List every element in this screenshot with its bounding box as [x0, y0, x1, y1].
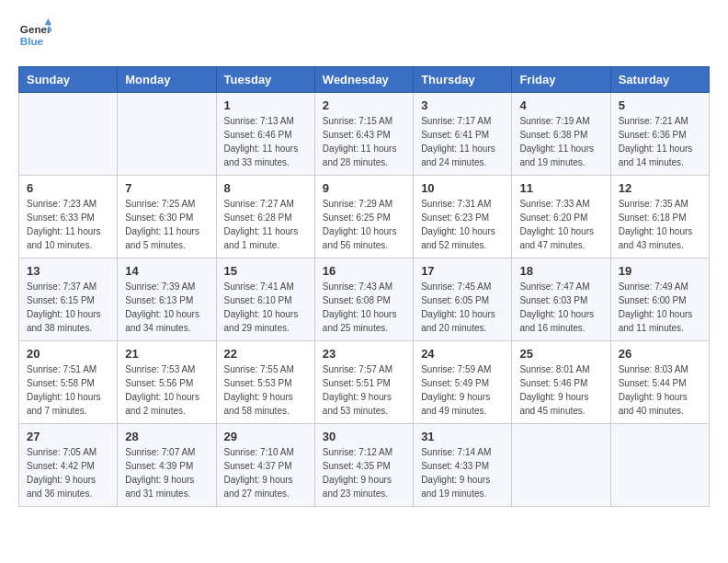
day-info: Sunrise: 8:01 AM Sunset: 5:46 PM Dayligh…: [519, 362, 602, 418]
day-info: Sunrise: 7:35 AM Sunset: 6:18 PM Dayligh…: [619, 197, 701, 252]
day-number: 8: [224, 181, 307, 195]
weekday-header: Friday: [512, 67, 610, 93]
calendar-cell: 19Sunrise: 7:49 AM Sunset: 6:00 PM Dayli…: [610, 259, 709, 341]
day-number: 11: [519, 181, 602, 195]
day-number: 1: [224, 98, 307, 112]
day-info: Sunrise: 7:23 AM Sunset: 6:33 PM Dayligh…: [27, 197, 109, 252]
logo-icon: General Blue: [18, 18, 51, 52]
calendar-cell: 24Sunrise: 7:59 AM Sunset: 5:49 PM Dayli…: [414, 341, 512, 424]
day-number: 6: [27, 181, 109, 195]
day-number: 21: [125, 347, 208, 361]
day-number: 14: [125, 264, 208, 278]
day-number: 15: [224, 264, 307, 278]
day-number: 12: [619, 181, 701, 195]
calendar-cell: 3Sunrise: 7:17 AM Sunset: 6:41 PM Daylig…: [414, 93, 512, 176]
day-info: Sunrise: 7:47 AM Sunset: 6:03 PM Dayligh…: [519, 280, 602, 335]
svg-text:Blue: Blue: [20, 35, 44, 47]
weekday-header: Thursday: [414, 67, 512, 93]
day-number: 28: [125, 430, 208, 443]
calendar-cell: 23Sunrise: 7:57 AM Sunset: 5:51 PM Dayli…: [314, 341, 413, 424]
weekday-header: Saturday: [610, 67, 709, 93]
weekday-header: Wednesday: [314, 67, 413, 93]
calendar-cell: 1Sunrise: 7:13 AM Sunset: 6:46 PM Daylig…: [216, 93, 314, 176]
day-info: Sunrise: 7:14 AM Sunset: 4:33 PM Dayligh…: [421, 445, 504, 500]
calendar-cell: 4Sunrise: 7:19 AM Sunset: 6:38 PM Daylig…: [512, 93, 610, 176]
calendar-cell: 21Sunrise: 7:53 AM Sunset: 5:56 PM Dayli…: [118, 341, 216, 424]
day-number: 24: [421, 347, 504, 361]
day-info: Sunrise: 7:45 AM Sunset: 6:05 PM Dayligh…: [421, 280, 504, 335]
calendar-cell: [19, 93, 118, 176]
day-info: Sunrise: 7:59 AM Sunset: 5:49 PM Dayligh…: [421, 362, 504, 418]
calendar-cell: [610, 424, 709, 507]
day-info: Sunrise: 7:49 AM Sunset: 6:00 PM Dayligh…: [619, 280, 701, 335]
day-number: 23: [323, 347, 405, 361]
day-info: Sunrise: 7:33 AM Sunset: 6:20 PM Dayligh…: [519, 197, 602, 252]
calendar-week-row: 27Sunrise: 7:05 AM Sunset: 4:42 PM Dayli…: [19, 424, 710, 507]
day-number: 20: [27, 347, 109, 361]
day-number: 3: [421, 98, 504, 112]
day-info: Sunrise: 7:51 AM Sunset: 5:58 PM Dayligh…: [27, 362, 109, 418]
day-info: Sunrise: 7:39 AM Sunset: 6:13 PM Dayligh…: [125, 280, 208, 335]
day-info: Sunrise: 7:10 AM Sunset: 4:37 PM Dayligh…: [224, 445, 307, 500]
day-number: 17: [421, 264, 504, 278]
calendar-cell: 20Sunrise: 7:51 AM Sunset: 5:58 PM Dayli…: [19, 341, 118, 424]
day-number: 30: [323, 430, 405, 443]
day-info: Sunrise: 7:41 AM Sunset: 6:10 PM Dayligh…: [224, 280, 307, 335]
calendar-cell: 11Sunrise: 7:33 AM Sunset: 6:20 PM Dayli…: [512, 176, 610, 259]
calendar-cell: 31Sunrise: 7:14 AM Sunset: 4:33 PM Dayli…: [414, 424, 512, 507]
calendar-week-row: 6Sunrise: 7:23 AM Sunset: 6:33 PM Daylig…: [19, 176, 710, 259]
calendar-cell: 10Sunrise: 7:31 AM Sunset: 6:23 PM Dayli…: [414, 176, 512, 259]
day-info: Sunrise: 8:03 AM Sunset: 5:44 PM Dayligh…: [619, 362, 701, 418]
day-number: 26: [619, 347, 701, 361]
calendar-cell: 30Sunrise: 7:12 AM Sunset: 4:35 PM Dayli…: [314, 424, 413, 507]
day-info: Sunrise: 7:53 AM Sunset: 5:56 PM Dayligh…: [125, 362, 208, 418]
logo: General Blue: [18, 18, 55, 52]
day-info: Sunrise: 7:57 AM Sunset: 5:51 PM Dayligh…: [323, 362, 405, 418]
calendar-cell: 13Sunrise: 7:37 AM Sunset: 6:15 PM Dayli…: [19, 259, 118, 341]
calendar-header-row: SundayMondayTuesdayWednesdayThursdayFrid…: [19, 67, 710, 93]
day-info: Sunrise: 7:19 AM Sunset: 6:38 PM Dayligh…: [519, 114, 602, 169]
day-number: 31: [421, 430, 504, 443]
day-info: Sunrise: 7:55 AM Sunset: 5:53 PM Dayligh…: [224, 362, 307, 418]
calendar-cell: 5Sunrise: 7:21 AM Sunset: 6:36 PM Daylig…: [610, 93, 709, 176]
calendar-cell: 28Sunrise: 7:07 AM Sunset: 4:39 PM Dayli…: [118, 424, 216, 507]
day-number: 25: [519, 347, 602, 361]
calendar-cell: 22Sunrise: 7:55 AM Sunset: 5:53 PM Dayli…: [216, 341, 314, 424]
day-info: Sunrise: 7:27 AM Sunset: 6:28 PM Dayligh…: [224, 197, 307, 252]
calendar-cell: 8Sunrise: 7:27 AM Sunset: 6:28 PM Daylig…: [216, 176, 314, 259]
day-number: 10: [421, 181, 504, 195]
calendar-cell: 6Sunrise: 7:23 AM Sunset: 6:33 PM Daylig…: [19, 176, 118, 259]
calendar-cell: [118, 93, 216, 176]
day-number: 13: [27, 264, 109, 278]
calendar-cell: 18Sunrise: 7:47 AM Sunset: 6:03 PM Dayli…: [512, 259, 610, 341]
calendar-cell: 7Sunrise: 7:25 AM Sunset: 6:30 PM Daylig…: [118, 176, 216, 259]
calendar-cell: 17Sunrise: 7:45 AM Sunset: 6:05 PM Dayli…: [414, 259, 512, 341]
day-info: Sunrise: 7:12 AM Sunset: 4:35 PM Dayligh…: [323, 445, 405, 500]
weekday-header: Monday: [118, 67, 216, 93]
day-number: 2: [323, 98, 405, 112]
day-info: Sunrise: 7:21 AM Sunset: 6:36 PM Dayligh…: [619, 114, 701, 169]
day-info: Sunrise: 7:29 AM Sunset: 6:25 PM Dayligh…: [323, 197, 405, 252]
day-info: Sunrise: 7:15 AM Sunset: 6:43 PM Dayligh…: [323, 114, 405, 169]
calendar-week-row: 20Sunrise: 7:51 AM Sunset: 5:58 PM Dayli…: [19, 341, 710, 424]
day-info: Sunrise: 7:43 AM Sunset: 6:08 PM Dayligh…: [323, 280, 405, 335]
weekday-header: Sunday: [19, 67, 118, 93]
calendar-cell: 29Sunrise: 7:10 AM Sunset: 4:37 PM Dayli…: [216, 424, 314, 507]
day-number: 29: [224, 430, 307, 443]
calendar-week-row: 1Sunrise: 7:13 AM Sunset: 6:46 PM Daylig…: [19, 93, 710, 176]
day-number: 9: [323, 181, 405, 195]
day-info: Sunrise: 7:13 AM Sunset: 6:46 PM Dayligh…: [224, 114, 307, 169]
calendar-cell: 9Sunrise: 7:29 AM Sunset: 6:25 PM Daylig…: [314, 176, 413, 259]
calendar-cell: 2Sunrise: 7:15 AM Sunset: 6:43 PM Daylig…: [314, 93, 413, 176]
calendar-week-row: 13Sunrise: 7:37 AM Sunset: 6:15 PM Dayli…: [19, 259, 710, 341]
day-number: 27: [27, 430, 109, 443]
weekday-header: Tuesday: [216, 67, 314, 93]
day-number: 5: [619, 98, 701, 112]
day-info: Sunrise: 7:07 AM Sunset: 4:39 PM Dayligh…: [125, 445, 208, 500]
day-number: 16: [323, 264, 405, 278]
page-header: General Blue: [18, 18, 710, 52]
day-number: 22: [224, 347, 307, 361]
calendar-table: SundayMondayTuesdayWednesdayThursdayFrid…: [18, 66, 710, 507]
calendar-cell: 15Sunrise: 7:41 AM Sunset: 6:10 PM Dayli…: [216, 259, 314, 341]
calendar-cell: 25Sunrise: 8:01 AM Sunset: 5:46 PM Dayli…: [512, 341, 610, 424]
